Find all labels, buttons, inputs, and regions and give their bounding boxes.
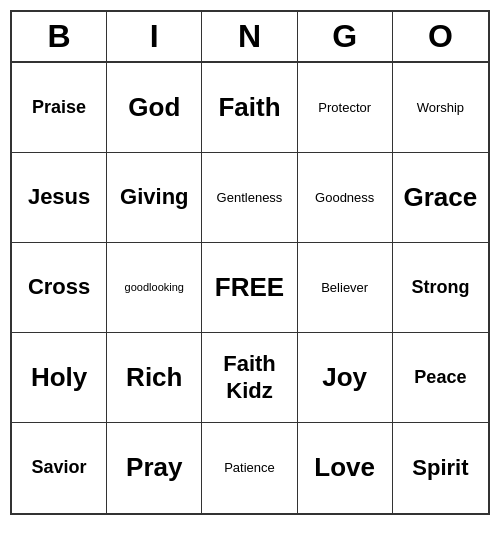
cell-0-3: Protector (298, 63, 393, 153)
cell-2-2: FREE (202, 243, 297, 333)
header-letter: I (107, 12, 202, 61)
cell-4-3: Love (298, 423, 393, 513)
cell-4-4: Spirit (393, 423, 488, 513)
cell-4-1: Pray (107, 423, 202, 513)
cell-2-3: Believer (298, 243, 393, 333)
cell-1-1: Giving (107, 153, 202, 243)
cell-0-0: Praise (12, 63, 107, 153)
cell-0-4: Worship (393, 63, 488, 153)
bingo-card: BINGO PraiseGodFaithProtectorWorshipJesu… (10, 10, 490, 515)
header-letter: N (202, 12, 297, 61)
cell-2-4: Strong (393, 243, 488, 333)
cell-3-4: Peace (393, 333, 488, 423)
cell-3-0: Holy (12, 333, 107, 423)
bingo-header: BINGO (12, 12, 488, 63)
cell-1-0: Jesus (12, 153, 107, 243)
cell-3-3: Joy (298, 333, 393, 423)
cell-0-2: Faith (202, 63, 297, 153)
cell-1-2: Gentleness (202, 153, 297, 243)
cell-3-1: Rich (107, 333, 202, 423)
cell-3-2: FaithKidz (202, 333, 297, 423)
header-letter: O (393, 12, 488, 61)
cell-4-0: Savior (12, 423, 107, 513)
cell-2-1: goodlooking (107, 243, 202, 333)
cell-1-3: Goodness (298, 153, 393, 243)
cell-2-0: Cross (12, 243, 107, 333)
cell-4-2: Patience (202, 423, 297, 513)
cell-1-4: Grace (393, 153, 488, 243)
header-letter: B (12, 12, 107, 61)
bingo-grid: PraiseGodFaithProtectorWorshipJesusGivin… (12, 63, 488, 513)
header-letter: G (298, 12, 393, 61)
cell-0-1: God (107, 63, 202, 153)
